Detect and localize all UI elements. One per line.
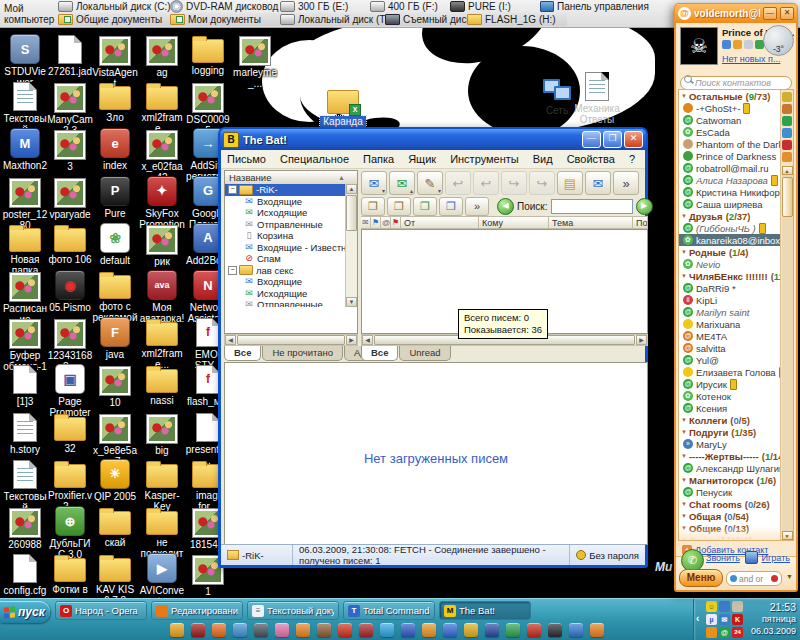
contact-item[interactable]: @Пенусик	[679, 486, 780, 498]
scroll-up-icon[interactable]: ▲	[782, 166, 793, 175]
rail-icon[interactable]	[782, 116, 792, 126]
contact-item[interactable]: -+GhoSt+-	[679, 102, 780, 114]
call-link[interactable]: Звонить	[706, 553, 740, 563]
folder-new-button[interactable]: ❐	[439, 197, 463, 216]
avatar[interactable]: ☠	[680, 27, 718, 65]
folder-secure-button[interactable]: ❐	[413, 197, 437, 216]
contact-group[interactable]: ▼Друзья(2/37)	[679, 210, 780, 222]
desktop-icon[interactable]: xml2frame...	[139, 80, 185, 134]
contact-item[interactable]: @Catwoman	[679, 114, 780, 126]
contact-item[interactable]: @robatroll@mail.ru	[679, 162, 780, 174]
scrollbar-track[interactable]	[782, 175, 793, 531]
contact-group[interactable]: ▼Остальные(9/73)	[679, 90, 780, 102]
tab-все[interactable]: Все	[361, 346, 398, 361]
menu-button[interactable]: Меню	[679, 569, 723, 587]
profile-action-icon[interactable]	[744, 40, 753, 49]
qip-titlebar[interactable]: @ voldemorth@list.ru — ✕	[675, 4, 797, 23]
quick-launch-icon[interactable]	[338, 623, 352, 637]
expander-icon[interactable]: −	[228, 266, 237, 275]
mail-search-input[interactable]	[551, 199, 633, 214]
contact-item[interactable]: @ME4TA	[679, 330, 780, 342]
quickbar-item[interactable]: Локальный диск (C:)	[58, 0, 170, 13]
check-mail-button[interactable]: ✉▾	[361, 171, 387, 195]
quick-launch-icon[interactable]	[212, 623, 226, 637]
column-header[interactable]: От	[401, 216, 479, 229]
play-link[interactable]: Играть	[762, 553, 790, 563]
quick-launch-icon[interactable]	[380, 623, 394, 637]
tree-horizontal-scrollbar[interactable]: ◀ ▶	[224, 334, 358, 346]
quickbar-item[interactable]: 300 ГБ (E:)	[280, 0, 370, 13]
folder-tree-item[interactable]: ✉Отправленные	[225, 299, 346, 307]
scroll-left-icon[interactable]: ◀	[225, 335, 236, 345]
forward-button[interactable]: ↪	[501, 171, 527, 195]
mail-column-header[interactable]: ✉	[361, 216, 371, 229]
desktop-icon[interactable]: big	[139, 411, 185, 456]
folder-tree-item[interactable]: ✉Входящие	[225, 196, 346, 208]
close-button[interactable]: ✕	[780, 7, 794, 20]
desktop-icon[interactable]: config.cfg	[2, 552, 48, 596]
quick-launch-icon[interactable]	[170, 623, 184, 637]
scroll-down-icon[interactable]: ▼	[346, 297, 357, 307]
contact-item[interactable]: @Ирусик	[679, 378, 780, 390]
contact-item[interactable]: Phantom of the Darkness	[679, 138, 780, 150]
desktop-icon[interactable]: скай	[92, 505, 138, 548]
reply-all-button[interactable]: ↩	[473, 171, 499, 195]
reply-button[interactable]: ↩	[445, 171, 471, 195]
quick-launch-icon[interactable]	[422, 623, 436, 637]
folder-tree-item[interactable]: ▯Корзина	[225, 230, 346, 242]
desktop-icon[interactable]: Proxifier.v2...	[47, 458, 93, 512]
taskbar-task[interactable]: TTotal Commander 7.0...	[343, 601, 435, 620]
folder-tree-item[interactable]: ✉Входящие - Известные адр	[225, 242, 346, 254]
tray-icon[interactable]: ☺	[706, 601, 717, 612]
redirect-button[interactable]: ↪	[529, 171, 555, 195]
desktop-icon[interactable]: 3	[47, 127, 93, 172]
column-header[interactable]: Тема	[549, 216, 633, 229]
contact-group[interactable]: ▼Магнитогорск(1/6)	[679, 474, 780, 486]
quick-launch-icon[interactable]	[233, 623, 247, 637]
contact-item[interactable]: Prince of Darkness	[679, 150, 780, 162]
tree-vertical-scrollbar[interactable]: ▲ ▼	[345, 184, 357, 307]
rail-icon[interactable]	[782, 140, 792, 150]
tab-unread[interactable]: Unread	[399, 346, 450, 361]
contact-item[interactable]: ✿kanareika08@inbox.ru	[679, 234, 780, 246]
expander-icon[interactable]: −	[228, 185, 237, 194]
folder-tree-item[interactable]: −-RiK-	[225, 184, 346, 196]
desktop-icon[interactable]: eindex	[92, 127, 138, 171]
quickbar-item[interactable]: FLASH_1G (H:)	[467, 13, 567, 26]
desktop-icon[interactable]: ◉05.Pismo	[47, 269, 93, 313]
menu-item[interactable]: Специальное	[280, 153, 349, 165]
menu-item[interactable]: Вид	[533, 153, 553, 165]
quick-launch-icon[interactable]	[443, 623, 457, 637]
quick-launch-icon[interactable]	[359, 623, 373, 637]
taskbar-task[interactable]: ≡Текстовый докумен...	[247, 601, 339, 620]
tray-icon[interactable]: K	[732, 614, 743, 625]
contact-group[interactable]: ▼Общие(0/13)	[679, 522, 780, 534]
taskbar-task[interactable]: MThe Bat!	[439, 601, 531, 620]
contact-group[interactable]: ▼Коллеги(0/5)	[679, 414, 780, 426]
contact-item[interactable]: @salvitta	[679, 342, 780, 354]
contact-group[interactable]: ▼Родные(1/4)	[679, 246, 780, 258]
address-book-button[interactable]: ▤	[557, 171, 583, 195]
tab-не-прочитано[interactable]: Не прочитано	[262, 346, 343, 361]
desktop-icon[interactable]: 260988	[2, 505, 48, 550]
tray-icon[interactable]	[706, 627, 717, 638]
quickbar-item[interactable]: Съемный диск (G:)	[385, 13, 467, 26]
quick-launch-icon[interactable]	[527, 623, 541, 637]
desktop-icon[interactable]: Fjava	[92, 316, 138, 360]
tray-icon[interactable]: µ	[706, 614, 717, 625]
status-strip[interactable]: PHP and or ...	[726, 571, 782, 586]
quick-launch-icon[interactable]	[569, 623, 583, 637]
start-button[interactable]: пуск	[0, 601, 50, 623]
folder-tree-item[interactable]: −лав секс	[225, 265, 346, 277]
scroll-thumb[interactable]	[346, 195, 357, 231]
tray-icon[interactable]	[719, 601, 730, 612]
menu-item[interactable]: Инструменты	[450, 153, 519, 165]
contact-item[interactable]: ✿Котенок	[679, 390, 780, 402]
desktop-icon[interactable]: logging	[185, 33, 231, 76]
profile-action-icon[interactable]	[733, 40, 742, 49]
quick-launch-icon[interactable]	[590, 623, 604, 637]
desktop-icon[interactable]: vparyade	[47, 175, 93, 220]
menu-item[interactable]: Папка	[363, 153, 394, 165]
quick-launch-icon[interactable]	[296, 623, 310, 637]
contact-group[interactable]: ▼-----Жертвы-----(1/14)	[679, 450, 780, 462]
